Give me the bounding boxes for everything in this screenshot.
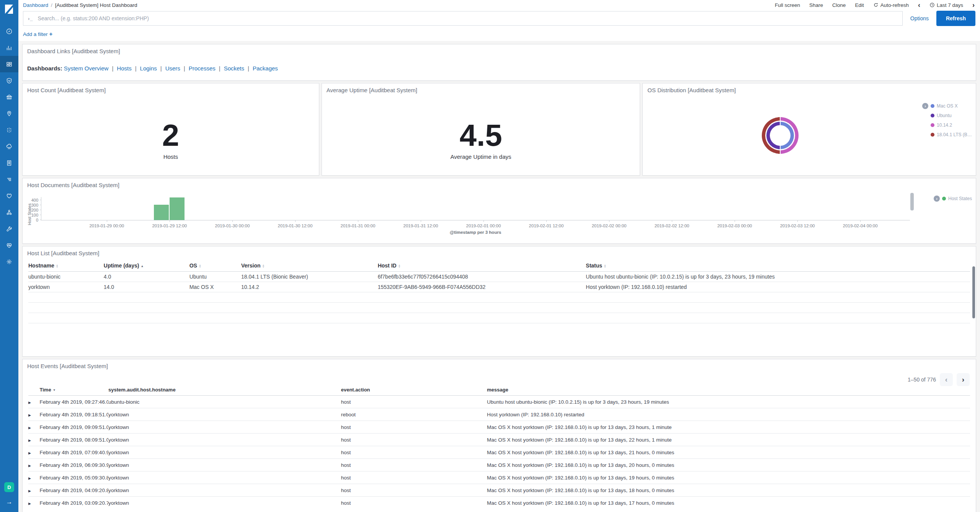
row-expand-icon[interactable]: ▶ — [28, 439, 31, 442]
table-cell: 6f7be6fb33e6c77f057266415c094408 — [378, 272, 586, 282]
timelion-icon — [6, 77, 13, 84]
table-cell: Mac OS X host yorktown (IP: 192.168.0.10… — [487, 471, 970, 484]
column-header[interactable]: Time▼ — [40, 385, 109, 396]
panel-title: Host Documents [Auditbeat System] — [23, 178, 976, 188]
empty-table-row — [28, 303, 970, 313]
table-cell: 18.04.1 LTS (Bionic Beaver) — [241, 272, 378, 282]
row-expand-icon[interactable]: ▶ — [28, 464, 31, 468]
host-list-scrollbar-thumb[interactable] — [972, 266, 975, 318]
sidebar-item-management[interactable] — [0, 253, 18, 270]
pagination-next-button[interactable]: › — [957, 373, 970, 386]
event-row: ▶February 4th 2019, 09:27:46.040ubuntu-b… — [28, 396, 970, 408]
x-axis-tick — [295, 220, 296, 222]
dashboard-link-system-overview[interactable]: System Overview — [64, 65, 109, 72]
empty-cell — [104, 292, 189, 303]
legend-label[interactable]: Ubuntu — [937, 113, 952, 118]
column-header[interactable]: Uptime (days)▲ — [104, 260, 189, 272]
sidebar-item-dev-tools[interactable] — [0, 220, 18, 237]
sidebar-item-visualize[interactable] — [0, 39, 18, 56]
column-header[interactable]: system.audit.host.hostname — [108, 385, 341, 396]
dashboard-link-hosts[interactable]: Hosts — [117, 65, 131, 72]
search-input[interactable]: ›_ Search... (e.g. status:200 AND extens… — [23, 11, 903, 26]
empty-cell — [28, 292, 104, 303]
link-separator: | — [219, 65, 220, 72]
time-range-picker[interactable]: Last 7 days — [929, 2, 963, 8]
empty-cell — [586, 292, 970, 303]
share-button[interactable]: Share — [809, 2, 823, 8]
sidebar-item-canvas[interactable] — [0, 89, 18, 105]
row-expand-icon[interactable]: ▶ — [28, 476, 31, 480]
x-axis-tick-label: 2019-01-31 12:00 — [403, 223, 438, 228]
sidebar-item-maps[interactable] — [0, 105, 18, 122]
sidebar-item-logs[interactable] — [0, 155, 18, 171]
row-expand-icon[interactable]: ▶ — [28, 413, 31, 417]
chart-scrollbar-thumb[interactable] — [910, 193, 914, 210]
column-header[interactable]: event.action — [341, 385, 487, 396]
x-axis-tick — [358, 220, 358, 222]
legend-dot — [931, 114, 934, 117]
sidebar-item-infrastructure[interactable] — [0, 138, 18, 155]
column-header[interactable]: Hostname▲▼ — [28, 260, 104, 272]
pagination-prev-button[interactable]: ‹ — [940, 373, 953, 386]
kibana-logo[interactable] — [0, 0, 18, 18]
os-distribution-legend: ›Mac OS XUbuntu10.14.218.04.1 LTS (Bioni… — [922, 101, 972, 139]
column-header[interactable]: Version▲▼ — [241, 260, 378, 272]
sort-icon: ▲▼ — [604, 264, 606, 268]
dashboard-link-logins[interactable]: Logins — [140, 65, 157, 72]
table-cell: yorktown — [108, 408, 341, 421]
legend-toggle-icon[interactable]: › — [922, 103, 928, 109]
space-badge[interactable]: D — [4, 482, 14, 492]
panel-os-distribution: OS Distribution [Auditbeat System] ›Mac … — [642, 83, 976, 176]
sidebar-item-graph[interactable] — [0, 204, 18, 220]
bar-2019-01-29 12:00[interactable] — [170, 197, 185, 220]
sidebar-collapse-arrow-icon[interactable]: → — [6, 498, 13, 506]
sidebar-item-machine-learning[interactable] — [0, 122, 18, 138]
table-cell: Mac OS X host yorktown (IP: 192.168.0.10… — [487, 459, 970, 471]
row-expand-icon[interactable]: ▶ — [28, 401, 31, 404]
sidebar-item-timelion[interactable] — [0, 72, 18, 89]
refresh-button[interactable]: Refresh — [936, 11, 975, 26]
sort-asc-icon: ▲ — [140, 264, 144, 268]
time-back-button[interactable]: ‹ — [918, 2, 920, 8]
column-header[interactable]: OS▲▼ — [189, 260, 241, 272]
row-expand-icon[interactable]: ▶ — [28, 451, 31, 455]
sidebar-item-apm[interactable] — [0, 171, 18, 188]
column-header[interactable]: Host ID▲▼ — [378, 260, 586, 272]
row-expand-icon[interactable]: ▶ — [28, 502, 31, 505]
table-row: yorktown14.0Mac OS X10.14.2155320EF-9AB6… — [28, 282, 970, 292]
event-row: ▶February 4th 2019, 03:09:20.765yorktown… — [28, 497, 970, 509]
dashboard-link-users[interactable]: Users — [165, 65, 180, 72]
y-axis-tick — [40, 210, 41, 210]
sidebar-item-monitoring[interactable] — [0, 237, 18, 253]
add-filter-button[interactable]: Add a filter+ — [23, 31, 52, 37]
legend-label[interactable]: Mac OS X — [937, 103, 958, 109]
clone-button[interactable]: Clone — [832, 2, 846, 8]
sidebar-item-discover[interactable] — [0, 23, 18, 39]
legend-toggle-icon[interactable]: › — [934, 196, 940, 202]
column-header[interactable]: message — [487, 385, 970, 396]
column-header[interactable]: Status▲▼ — [586, 260, 970, 272]
sidebar-item-uptime[interactable] — [0, 188, 18, 204]
os-distribution-donut-chart[interactable] — [762, 117, 799, 154]
dashboard-link-sockets[interactable]: Sockets — [224, 65, 244, 72]
table-cell: February 4th 2019, 05:09:30.860 — [40, 471, 109, 484]
x-axis-tick-label: 2019-01-31 00:00 — [341, 223, 376, 228]
full-screen-button[interactable]: Full screen — [775, 2, 800, 8]
bar-2019-01-29 09:00[interactable] — [154, 205, 169, 220]
row-expand-icon[interactable]: ▶ — [28, 489, 31, 493]
row-expand-icon[interactable]: ▶ — [28, 426, 31, 430]
sidebar-item-dashboard[interactable] — [0, 56, 18, 72]
edit-button[interactable]: Edit — [855, 2, 864, 8]
x-axis-tick — [609, 220, 609, 222]
dashboard-link-processes[interactable]: Processes — [189, 65, 216, 72]
time-forward-button[interactable]: › — [972, 2, 975, 8]
legend-label[interactable]: Host States — [948, 196, 972, 201]
x-axis-tick-label: 2019-01-30 12:00 — [278, 223, 313, 228]
breadcrumb-dashboard-link[interactable]: Dashboard — [23, 2, 48, 8]
legend-label[interactable]: 10.14.2 — [937, 122, 952, 128]
legend-label[interactable]: 18.04.1 LTS (Bionic B... — [937, 132, 972, 137]
empty-cell — [28, 303, 104, 313]
options-link[interactable]: Options — [910, 15, 929, 21]
auto-refresh-button[interactable]: Auto-refresh — [873, 2, 909, 8]
dashboard-link-packages[interactable]: Packages — [253, 65, 278, 72]
